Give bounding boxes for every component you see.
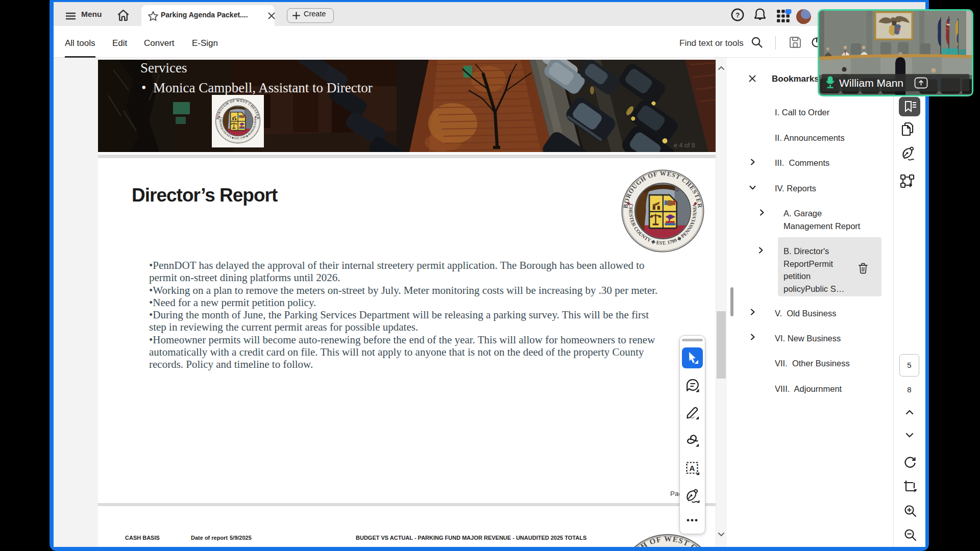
svg-text:e 4 of 8: e 4 of 8 xyxy=(674,142,695,149)
svg-text:A: A xyxy=(690,464,695,472)
svg-text:William Mann: William Mann xyxy=(839,77,903,89)
svg-text:• Monica Campbell, Assistant: • Monica Campbell, Assistant to Director xyxy=(141,80,373,95)
svg-text:?: ? xyxy=(736,11,740,19)
svg-text:Services: Services xyxy=(140,60,187,76)
